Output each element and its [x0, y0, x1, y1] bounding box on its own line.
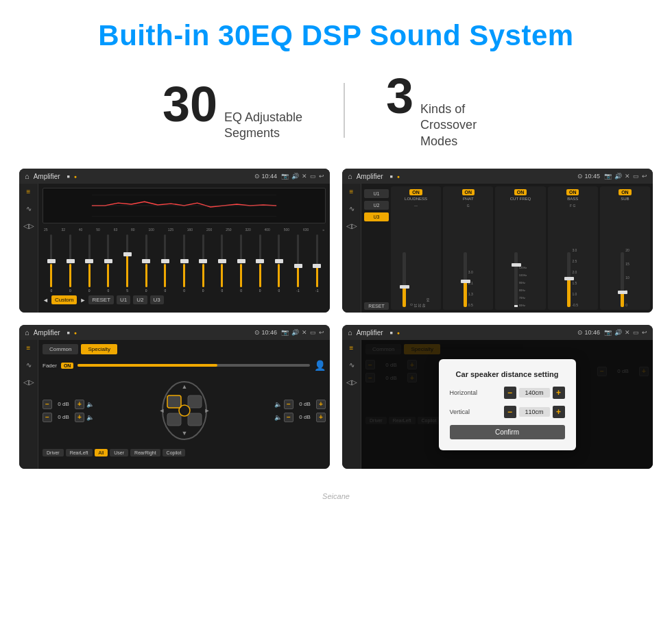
sidebar-eq-icon-4[interactable]: ≡: [350, 344, 354, 352]
prev-btn[interactable]: ◄: [43, 297, 49, 304]
home-icon-4[interactable]: ⌂: [348, 328, 352, 337]
slider-32[interactable]: 0: [62, 234, 80, 293]
screen-title-speaker: Amplifier: [34, 329, 60, 337]
screen-eq: ⌂ Amplifier ■ ● ⊙ 10:44 📷 🔊 ✕ ▭ ↩ ≡ ∿ ◁▷: [19, 169, 330, 313]
slider-63[interactable]: 5: [119, 234, 136, 293]
sidebar-eq-icon-3[interactable]: ≡: [27, 344, 31, 352]
vol-fr-val: 0 dB: [296, 401, 314, 407]
slider-400[interactable]: 0: [270, 234, 288, 293]
slider-160[interactable]: 0: [194, 234, 212, 293]
vol-rr-plus[interactable]: +: [316, 413, 326, 422]
sub-toggle[interactable]: ON: [619, 189, 632, 195]
vol-rl-plus[interactable]: +: [75, 413, 84, 422]
sidebar-wave-icon-4[interactable]: ∿: [349, 361, 355, 369]
slider-200[interactable]: 0: [213, 234, 231, 293]
vol-fr-minus[interactable]: −: [284, 400, 293, 409]
driver-zone[interactable]: Driver: [43, 449, 64, 456]
specialty-tab[interactable]: Specialty: [81, 344, 117, 354]
home-icon[interactable]: ⌂: [25, 172, 29, 180]
cutfreq-toggle[interactable]: ON: [514, 189, 527, 195]
vol-fl-minus[interactable]: −: [43, 400, 52, 409]
phat-toggle[interactable]: ON: [462, 189, 475, 195]
horizontal-plus-btn[interactable]: +: [553, 387, 565, 399]
watermark: Seicane: [0, 489, 672, 506]
vol-rl-minus[interactable]: −: [43, 413, 52, 422]
sidebar-eq-icon[interactable]: ≡: [27, 188, 31, 195]
fader-toggle[interactable]: ON: [61, 363, 74, 369]
slider-630[interactable]: -1: [308, 234, 326, 293]
stat-eq-number: 30: [163, 80, 217, 129]
vertical-minus-btn[interactable]: −: [504, 406, 516, 418]
window-icon-4: ▭: [633, 329, 639, 336]
cutfreq-slider-1[interactable]: [514, 252, 518, 307]
sidebar-volume-icon-2[interactable]: ◁▷: [346, 222, 357, 230]
slider-25[interactable]: 0: [43, 234, 60, 293]
slider-100[interactable]: 0: [156, 234, 174, 293]
bass-slider-1[interactable]: [567, 252, 571, 307]
crossover-sidebar: ≡ ∿ ◁▷: [342, 184, 361, 313]
vol-rr: 🔈 − 0 dB +: [274, 413, 326, 422]
slider-250[interactable]: 0: [232, 234, 250, 293]
vol-fr-plus[interactable]: +: [316, 400, 326, 409]
channel-sub: ON SUB 20 15 10: [600, 186, 650, 310]
slider-500[interactable]: -1: [289, 234, 307, 293]
slider-320[interactable]: 0: [251, 234, 269, 293]
dot-icon: ●: [74, 174, 77, 179]
horizontal-minus-btn[interactable]: −: [504, 387, 516, 399]
expand-icon[interactable]: »: [322, 228, 324, 232]
u3-preset[interactable]: U3: [364, 212, 389, 221]
record-icon-2: ■: [390, 174, 393, 179]
custom-btn[interactable]: Custom: [51, 295, 77, 304]
u2-preset[interactable]: U2: [364, 201, 389, 210]
slider-125[interactable]: 0: [176, 234, 193, 293]
eq-sidebar: ≡ ∿ ◁▷: [19, 184, 38, 313]
loudness-toggle[interactable]: ON: [409, 189, 422, 195]
fader-slider[interactable]: [77, 364, 310, 367]
phat-slider-1[interactable]: [464, 252, 467, 307]
confirm-button[interactable]: Confirm: [450, 425, 565, 439]
record-icon-3: ■: [67, 330, 70, 335]
home-icon-3[interactable]: ⌂: [25, 328, 29, 337]
sidebar-wave-icon[interactable]: ∿: [26, 205, 32, 212]
sub-slider-1[interactable]: [621, 252, 624, 307]
back-icon-3[interactable]: ↩: [319, 329, 324, 336]
back-icon-4[interactable]: ↩: [642, 329, 647, 336]
sidebar-volume-icon[interactable]: ◁▷: [23, 222, 34, 230]
u1-btn[interactable]: U1: [117, 295, 130, 304]
sidebar-volume-icon-3[interactable]: ◁▷: [23, 378, 34, 386]
reset-btn[interactable]: RESET: [88, 295, 114, 304]
all-zone[interactable]: All: [95, 449, 108, 456]
sidebar-eq-icon-2[interactable]: ≡: [350, 188, 354, 195]
rearright-zone[interactable]: RearRight: [130, 449, 160, 456]
eq-bottom-bar: ◄ Custom ► RESET U1 U2 U3: [43, 295, 326, 304]
u3-btn[interactable]: U3: [150, 295, 164, 304]
cross-reset[interactable]: RESET: [364, 302, 389, 310]
sidebar-volume-icon-4[interactable]: ◁▷: [346, 378, 357, 386]
loudness-slider-1[interactable]: [403, 252, 406, 307]
sidebar-wave-icon-2[interactable]: ∿: [349, 205, 355, 212]
common-tab[interactable]: Common: [43, 344, 78, 354]
slider-40[interactable]: 0: [80, 234, 98, 293]
sidebar-wave-icon-3[interactable]: ∿: [26, 361, 32, 369]
vol-fl-plus[interactable]: +: [75, 400, 84, 409]
u1-preset[interactable]: U1: [364, 189, 389, 198]
loudness-labels: 64 48 32 16 0: [409, 298, 430, 308]
next-btn[interactable]: ►: [80, 297, 86, 304]
back-icon-2[interactable]: ↩: [642, 173, 647, 180]
slider-50[interactable]: 0: [99, 234, 117, 293]
car-diagram-svg: ▲ ▼ ◄ ►: [154, 376, 215, 445]
fader-label: Fader: [43, 363, 57, 369]
copilot-zone[interactable]: Copilot: [163, 449, 186, 456]
slider-80[interactable]: 0: [137, 234, 155, 293]
u2-btn[interactable]: U2: [133, 295, 147, 304]
user-zone[interactable]: User: [110, 449, 128, 456]
rearleft-zone[interactable]: RearLeft: [66, 449, 93, 456]
back-icon[interactable]: ↩: [319, 173, 324, 180]
svg-point-8: [179, 405, 190, 416]
bass-toggle[interactable]: ON: [566, 189, 579, 195]
svg-rect-4: [167, 395, 181, 408]
home-icon-2[interactable]: ⌂: [348, 172, 352, 180]
vertical-plus-btn[interactable]: +: [553, 406, 565, 418]
vol-rr-minus[interactable]: −: [284, 413, 293, 422]
dialog-vertical-row: Vertical − 110cm +: [450, 406, 565, 418]
